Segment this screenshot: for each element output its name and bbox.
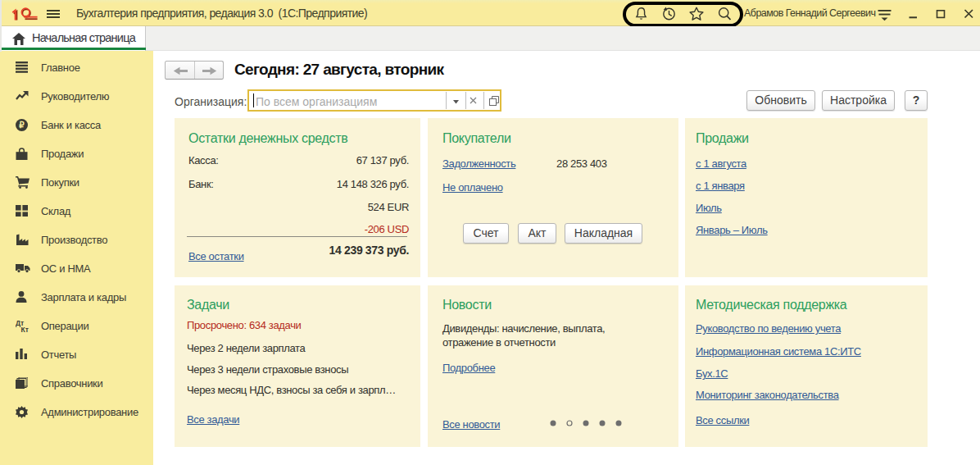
svg-text:₽: ₽ [19,121,25,130]
svg-text:Кт: Кт [21,326,29,333]
